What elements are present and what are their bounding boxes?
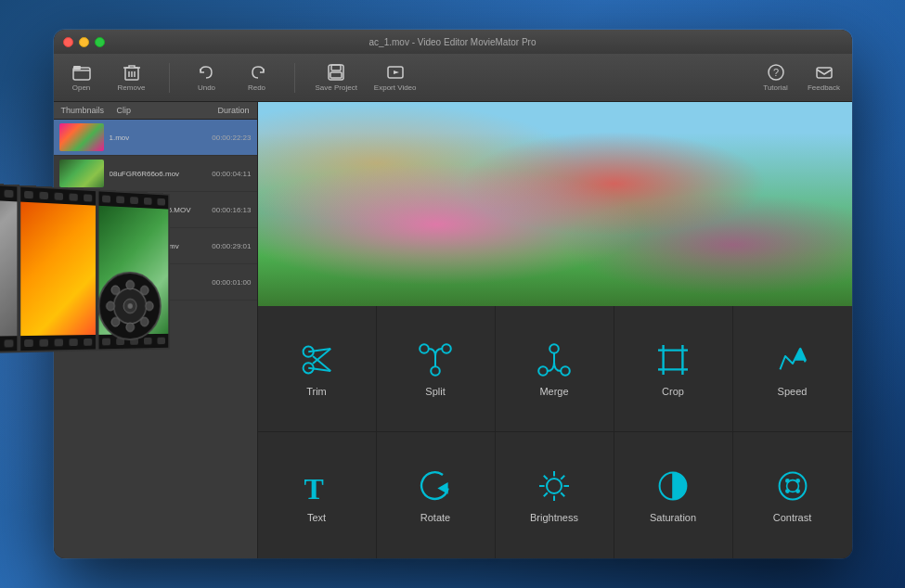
film-frame-3 [19,185,97,352]
feedback-label: Feedback [808,83,840,92]
remove-button[interactable]: Remove [115,63,149,92]
save-label: Save Project [316,83,357,92]
export-label: Export Video [374,83,417,92]
brightness-label: Brightness [530,512,578,523]
merge-label: Merge [539,386,568,397]
window-title: ac_1.mov - Video Editor MovieMator Pro [369,37,537,47]
toolbar: Open Remove Undo Redo Save Project [54,54,852,102]
svg-marker-44 [437,482,447,494]
trim-tool[interactable]: Trim [258,306,377,432]
speed-label: Speed [778,386,808,397]
svg-point-7 [146,301,154,310]
open-button[interactable]: Open [65,63,98,92]
open-label: Open [72,83,91,92]
tutorial-button[interactable]: ? Tutorial [759,63,793,92]
svg-line-51 [561,492,564,496]
svg-point-59 [795,479,800,483]
speed-tool[interactable]: Speed [733,306,852,432]
undo-button[interactable]: Undo [190,63,224,92]
saturation-tool[interactable]: Saturation [614,432,733,558]
toolbar-sep-2 [294,63,295,93]
merge-tool[interactable]: Merge [496,306,614,432]
svg-rect-16 [331,65,341,70]
svg-point-30 [431,366,440,376]
text-label: Text [307,512,326,523]
svg-point-31 [538,366,548,376]
undo-label: Undo [198,83,215,92]
svg-point-56 [779,473,806,500]
svg-point-11 [111,317,120,326]
duration-1: 00:00:22:23 [212,134,251,142]
svg-point-4 [126,280,135,289]
contrast-icon [774,467,811,505]
file-item-2[interactable]: 08uFGR6R66o6.mov 00:00:04:11 [54,156,257,192]
svg-point-6 [107,301,115,311]
redo-button[interactable]: Redo [240,63,274,92]
film-reel-icon [97,270,162,341]
window-controls [63,37,105,47]
saturation-label: Saturation [650,512,696,523]
minimize-button[interactable] [79,37,89,47]
trim-label: Trim [306,386,327,397]
duration-2: 00:00:04:11 [212,170,251,178]
col-thumbnails: Thumbnails [61,106,117,115]
svg-point-58 [785,479,790,483]
split-tool[interactable]: Split [377,306,496,432]
preview-area [258,102,852,306]
svg-rect-17 [330,72,342,78]
file-item-1[interactable]: 1.mov 00:00:22:23 [54,120,257,156]
redo-label: Redo [248,83,265,92]
col-duration: Duration [194,106,250,115]
filename-1: 1.mov [110,134,130,142]
merge-icon [536,341,573,378]
svg-point-8 [111,286,120,295]
svg-rect-13 [73,66,81,70]
svg-point-60 [795,489,800,493]
brightness-icon [536,467,573,505]
export-video-button[interactable]: Export Video [374,63,417,92]
close-button[interactable] [63,37,73,47]
brightness-tool[interactable]: Brightness [496,432,614,558]
rotate-tool[interactable]: Rotate [377,432,496,558]
contrast-tool[interactable]: Contrast [733,432,852,558]
svg-text:?: ? [772,67,778,78]
film-strip-decoration [0,174,186,437]
crop-tool[interactable]: Crop [614,306,733,432]
svg-point-10 [140,286,149,295]
speed-icon [774,341,811,378]
preview-overlay [258,102,852,306]
duration-5: 00:00:01:00 [212,278,251,287]
right-panel: Trim Split [258,102,852,558]
feedback-button[interactable]: Feedback [808,63,841,92]
film-frame-2 [0,180,19,354]
svg-point-28 [420,344,429,353]
text-tool[interactable]: T Text [258,432,377,558]
split-label: Split [425,386,445,397]
maximize-button[interactable] [95,37,105,47]
save-project-button[interactable]: Save Project [316,63,357,92]
toolbar-right-buttons: ? Tutorial Feedback [759,63,841,92]
toolbar-sep-1 [169,63,170,93]
filename-2: 08uFGR6R66o6.mov [110,170,180,178]
remove-label: Remove [118,83,146,92]
svg-text:T: T [304,472,323,505]
file-panel-header: Thumbnails Clip Duration [54,102,257,120]
svg-rect-34 [664,350,683,369]
rotate-label: Rotate [420,512,450,523]
thumb-1 [59,123,104,151]
title-bar: ac_1.mov - Video Editor MovieMator Pro [54,30,852,54]
tutorial-label: Tutorial [763,83,787,92]
tools-panel: Trim Split [258,306,852,558]
thumb-2 [59,160,104,187]
duration-3: 00:00:16:13 [212,206,251,214]
svg-point-9 [140,317,149,326]
scissors-icon [298,341,335,378]
svg-point-5 [126,323,135,332]
svg-line-53 [544,492,548,496]
preview-video [258,102,852,306]
contrast-label: Contrast [773,512,812,523]
crop-label: Crop [662,386,684,397]
svg-line-50 [544,476,548,479]
svg-point-3 [128,303,133,309]
svg-point-32 [561,366,570,376]
